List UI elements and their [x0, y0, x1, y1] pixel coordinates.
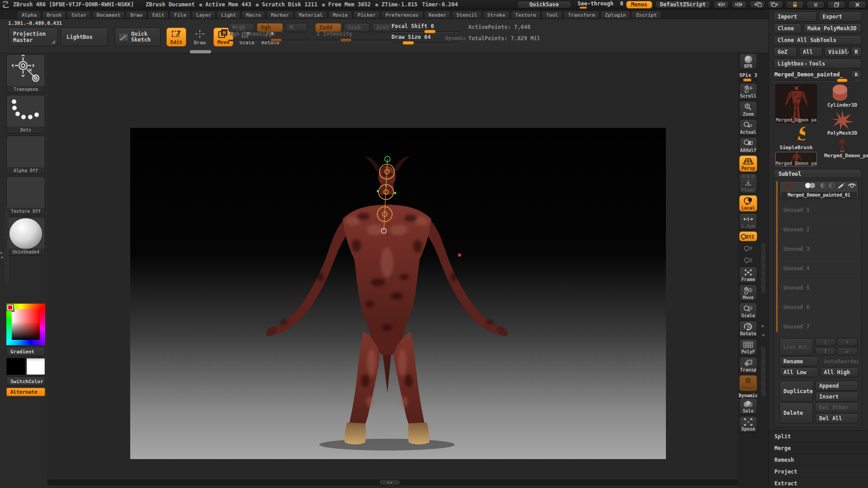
panel-divider2[interactable]	[761, 347, 765, 397]
move-shelf-button[interactable]: Move	[739, 285, 757, 301]
quicksave-button[interactable]: QuickSave	[517, 1, 571, 9]
duplicate-button[interactable]: Duplicate	[779, 381, 813, 402]
tool-inventory-slider[interactable]	[774, 80, 861, 81]
current-texture-button[interactable]: Texture Off	[6, 176, 45, 215]
menu-transform[interactable]: Transform	[563, 11, 599, 19]
subtool-empty-slot[interactable]: Unused 2	[779, 221, 859, 238]
subtool-scroll-indicator[interactable]	[776, 181, 778, 332]
edit-mode-button[interactable]: Edit	[166, 28, 186, 47]
menus-button[interactable]: Menus	[626, 1, 652, 9]
main-color-swatch[interactable]	[6, 358, 25, 375]
subtool-empty-slot[interactable]: Unused 5	[779, 280, 859, 296]
shelf-scrollbar[interactable]	[190, 50, 211, 53]
y-shelf-button[interactable]: Y	[739, 243, 757, 253]
subtool-empty-slot[interactable]: Unused 3	[779, 241, 859, 257]
goz-r-button[interactable]: R	[851, 47, 862, 57]
current-brush-button[interactable]: Transpose	[6, 54, 45, 93]
tool-thumbnail-demon-small-selected[interactable]: Merged_Demon_pa	[775, 152, 817, 166]
draw-size-handle[interactable]	[402, 41, 414, 45]
close-icon[interactable]	[848, 1, 866, 9]
remesh-section-header[interactable]: Remesh	[769, 454, 868, 466]
menu-stroke[interactable]: Stroke	[483, 11, 510, 19]
tool-thumbnail-demon-small[interactable]: Merged_Demon_pa	[824, 137, 860, 159]
restore-icon[interactable]	[827, 1, 845, 9]
menu-edit[interactable]: Edit	[148, 11, 169, 19]
visibility-eye-icon[interactable]	[848, 183, 856, 188]
menu-draw[interactable]: Draw	[126, 11, 147, 19]
subtool-move-down-button[interactable]: ⤶	[837, 347, 858, 355]
lightbox-tools-button[interactable]: Lightbox▶Tools	[774, 59, 862, 69]
draw-mode-button[interactable]: Draw	[190, 28, 210, 47]
subtool-header[interactable]: SubTool	[774, 169, 861, 178]
project-section-header[interactable]: Project	[769, 466, 868, 478]
menu-file[interactable]: File	[170, 11, 191, 19]
extract-section-header[interactable]: Extract	[769, 478, 868, 488]
menu-zscript[interactable]: Zscript	[631, 11, 661, 19]
clone-button[interactable]: Clone	[774, 23, 802, 33]
alternate-button[interactable]: Alternate	[6, 388, 45, 396]
panel-collapse-arrows[interactable]: ▶◀	[762, 324, 764, 337]
scrub-left-icon[interactable]	[713, 1, 729, 9]
goz-all-button[interactable]: All	[799, 47, 822, 57]
rotate-shelf-button[interactable]: Rotate	[739, 321, 757, 337]
tool-thumbnail-demon-large[interactable]: Merged_Demon_pa	[775, 84, 817, 123]
menu-marker[interactable]: Marker	[266, 11, 293, 19]
lock-icon[interactable]	[786, 1, 804, 9]
menu-picker[interactable]: Picker	[353, 11, 380, 19]
document-area[interactable]: ◀ ▶	[47, 53, 738, 488]
scrub-right-icon[interactable]	[731, 1, 747, 9]
default-zscript-button[interactable]: DefaultZScript	[655, 1, 711, 9]
subtool-up-button[interactable]: ⬆	[815, 338, 836, 346]
del-other-button[interactable]: Del Other	[815, 403, 859, 413]
displacement-toggle-icon[interactable]	[829, 183, 835, 188]
autoreorder-button[interactable]: AutoReorder	[820, 357, 859, 366]
import-button[interactable]: Import	[774, 12, 817, 22]
z-intensity-slider[interactable]: Z Intensity	[316, 31, 352, 37]
tool-thumbnail-star[interactable]: PolyMesh3D	[824, 110, 860, 136]
current-material-button[interactable]: SkinShade4	[6, 217, 45, 256]
current-tool-r-button[interactable]: R	[851, 70, 862, 79]
menu-layer[interactable]: Layer	[192, 11, 216, 19]
prev-document-icon[interactable]	[750, 1, 765, 9]
spix-slider[interactable]	[741, 80, 756, 80]
xyz-shelf-button[interactable]: XYZ	[739, 231, 757, 241]
all-high-button[interactable]: All High	[820, 367, 859, 377]
subtool-move-up-button[interactable]: ⤴	[815, 347, 836, 355]
all-low-button[interactable]: All Low	[779, 367, 818, 377]
lightbox-button[interactable]: LightBox	[61, 28, 108, 47]
see-through-slider[interactable]: See-through 0	[578, 0, 623, 9]
see-through-handle[interactable]	[580, 7, 587, 9]
gradient-button[interactable]: Gradient	[6, 347, 45, 356]
subtool-empty-slot[interactable]: Unused 6	[779, 299, 859, 315]
subtool-empty-slot[interactable]: Unused 1	[779, 202, 859, 218]
menu-texture[interactable]: Texture	[511, 11, 541, 19]
merge-section-header[interactable]: Merge	[769, 442, 868, 454]
document-scrollbar[interactable]: ◀ ▶	[47, 479, 738, 485]
subtool-down-button[interactable]: ⬇	[837, 338, 858, 346]
transp-shelf-button[interactable]: Transp	[739, 357, 757, 373]
floor-shelf-button[interactable]: x y zFloor	[739, 174, 757, 193]
delete-button[interactable]: Delete	[779, 403, 813, 423]
frame-shelf-button[interactable]: Frame	[739, 267, 757, 283]
list-all-button[interactable]: List All	[779, 338, 813, 356]
polypaint-toggle-icon[interactable]	[804, 183, 817, 188]
spix-slider-label[interactable]: SPix 3	[739, 72, 757, 78]
quick-sketch-button[interactable]: QuickSketch	[114, 28, 160, 47]
current-alpha-button[interactable]: Alpha Off	[6, 136, 45, 174]
projection-master-button[interactable]: Projection Master	[8, 28, 58, 47]
insert-button[interactable]: Insert	[815, 392, 859, 402]
subtool-empty-slot[interactable]: Unused 4	[779, 260, 859, 277]
menu-movie[interactable]: Movie	[328, 11, 352, 19]
document-canvas[interactable]	[130, 128, 666, 459]
rgb-intensity-handle[interactable]	[270, 38, 282, 42]
color-picker-square[interactable]	[12, 309, 40, 340]
next-document-icon[interactable]	[768, 1, 783, 9]
tool-inventory-handle[interactable]	[837, 79, 848, 82]
persp-shelf-button[interactable]: Persp	[739, 155, 757, 172]
polyf-shelf-button[interactable]: PolyF	[739, 339, 757, 355]
split-section-header[interactable]: Split	[769, 431, 868, 442]
menu-preferences[interactable]: Preferences	[381, 11, 423, 19]
current-stroke-button[interactable]: Dots	[6, 95, 45, 134]
tool-inventory-end-button[interactable]	[854, 78, 862, 83]
tool-thumbnail-cylinder[interactable]: Cylinder3D	[824, 84, 860, 108]
